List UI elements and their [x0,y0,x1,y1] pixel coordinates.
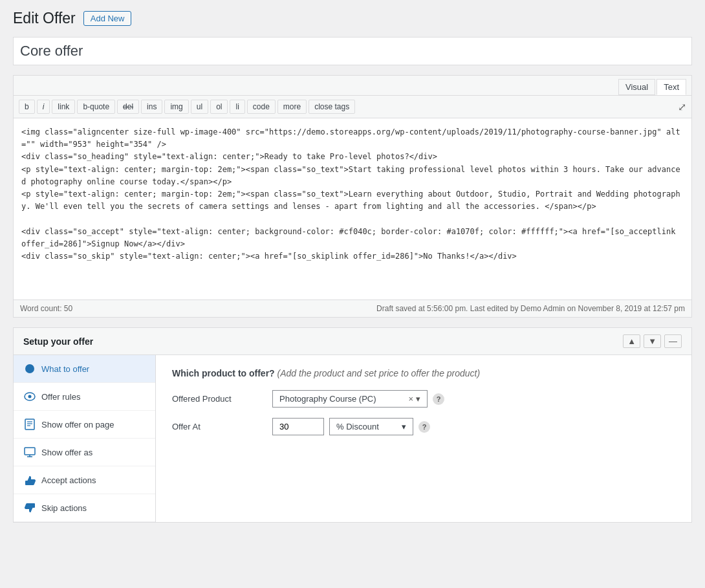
tab-visual[interactable]: Visual [618,79,655,95]
offered-product-select[interactable]: Photography Course (PC) × ▾ [272,390,428,408]
circle-icon [23,362,36,375]
monitor-icon [23,446,36,459]
svg-point-0 [25,364,34,373]
offered-product-value: Photography Course (PC) [279,394,376,404]
nav-item-label: Accept actions [41,475,96,485]
page-icon [23,418,36,431]
nav-item-label: Skip actions [41,503,87,513]
toolbar-close-tags[interactable]: close tags [309,100,355,114]
panel-minimize-button[interactable]: — [664,334,682,348]
panel-collapse-up-button[interactable]: ▲ [623,334,640,348]
panel-collapse-down-button[interactable]: ▼ [644,334,661,348]
content-heading: Which product to offer? (Add the product… [172,368,675,378]
offered-product-label: Offered Product [172,394,263,404]
toolbar-bold[interactable]: b [19,100,35,114]
setup-panel: Setup your offer ▲ ▼ — What to offer [13,327,692,523]
offer-at-input[interactable] [272,418,324,435]
toolbar-ins[interactable]: ins [141,100,162,114]
nav-item-label: Show offer as [41,448,92,457]
offer-at-label: Offer At [172,422,263,431]
offer-at-field: % Discount ▾ ? [272,418,430,435]
toolbar-bquote[interactable]: b-quote [77,100,115,114]
editor-footer: Word count: 50 Draft saved at 5:56:00 pm… [14,299,691,317]
code-editor[interactable]: <img class="aligncenter size-full wp-ima… [14,118,691,299]
sidebar-item-what-to-offer[interactable]: What to offer [14,355,155,383]
content-heading-note: (Add the product and set price to offer … [277,368,481,378]
word-count: Word count: 50 [20,304,72,313]
nav-item-label: Show offer on page [41,420,114,430]
setup-body: What to offer Offer rules Show offer on … [14,355,691,522]
svg-point-2 [28,395,32,398]
offer-title-input[interactable] [13,37,692,65]
sidebar-item-accept-actions[interactable]: Accept actions [14,466,155,494]
setup-content: Which product to offer? (Add the product… [156,355,691,522]
toolbar-del[interactable]: del [117,100,139,114]
editor-container: Visual Text b i link b-quote del ins img… [13,75,692,318]
toolbar-ol[interactable]: ol [210,100,228,114]
tab-text[interactable]: Text [656,79,686,95]
toolbar-link[interactable]: link [52,100,75,114]
setup-panel-title: Setup your offer [23,336,93,347]
nav-item-label: Offer rules [41,392,80,402]
editor-toolbar: b i link b-quote del ins img ul ol li co… [14,96,691,118]
eye-icon [23,390,36,403]
offered-product-clear-icon[interactable]: × [408,394,413,404]
page-title: Edit Offer [13,10,76,27]
offer-at-row: Offer At % Discount ▾ ? [172,418,675,435]
offered-product-help-icon[interactable]: ? [433,393,444,405]
thumbs-up-icon [23,474,36,486]
add-new-button[interactable]: Add New [83,11,132,26]
draft-saved-text: Draft saved at 5:56:00 pm. Last edited b… [376,304,685,313]
discount-type-chevron-icon: ▾ [402,422,406,431]
sidebar-item-offer-rules[interactable]: Offer rules [14,383,155,411]
toolbar-ul[interactable]: ul [191,100,208,114]
discount-type-value: % Discount [336,422,379,431]
discount-type-select[interactable]: % Discount ▾ [329,418,413,435]
content-heading-strong: Which product to offer? [172,368,275,378]
sidebar-item-show-offer-on-page[interactable]: Show offer on page [14,411,155,439]
sidebar-item-show-offer-as[interactable]: Show offer as [14,439,155,466]
offer-at-help-icon[interactable]: ? [418,421,430,433]
setup-nav: What to offer Offer rules Show offer on … [14,355,156,522]
svg-rect-7 [25,448,35,455]
svg-rect-3 [25,419,34,430]
toolbar-expand-icon[interactable]: ⤢ [678,101,686,113]
toolbar-img[interactable]: img [164,100,188,114]
nav-item-label: What to offer [41,364,89,374]
toolbar-more[interactable]: more [277,100,307,114]
offered-product-row: Offered Product Photography Course (PC) … [172,390,675,408]
editor-tabs: Visual Text [14,76,691,96]
panel-controls: ▲ ▼ — [623,334,682,348]
offered-product-chevron-icon[interactable]: ▾ [416,394,420,404]
thumbs-down-icon [23,501,36,514]
toolbar-italic[interactable]: i [37,100,50,114]
sidebar-item-skip-actions[interactable]: Skip actions [14,494,155,522]
toolbar-li[interactable]: li [230,100,244,114]
offered-product-field: Photography Course (PC) × ▾ ? [272,390,444,408]
toolbar-code[interactable]: code [247,100,276,114]
setup-panel-header: Setup your offer ▲ ▼ — [14,328,691,355]
